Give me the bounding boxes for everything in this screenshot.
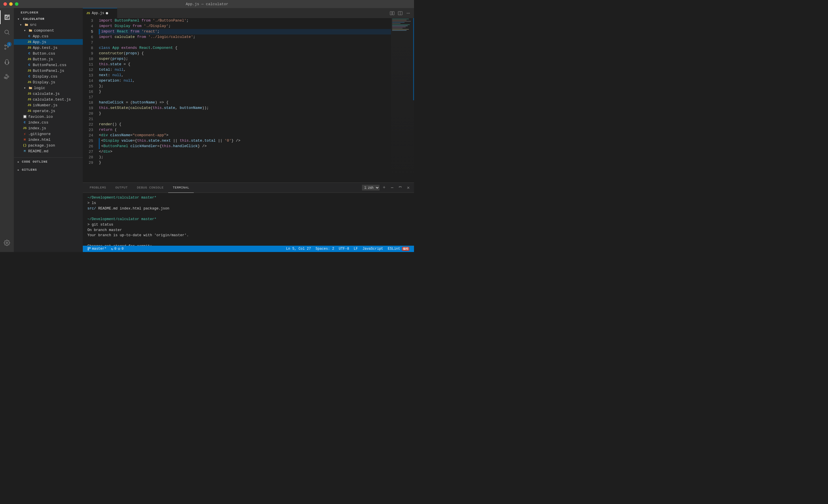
code-line-11[interactable]: this.state = { [99, 62, 391, 67]
minimize-button[interactable] [9, 2, 13, 6]
file-favicon[interactable]: 🔲 favicon.ico [14, 114, 83, 120]
code-content-25: <Display value={this.state.next || this.… [101, 138, 240, 144]
file-buttonpanel-js[interactable]: JS ButtonPanel.js [14, 68, 83, 74]
file-operate-js[interactable]: JS operate.js [14, 108, 83, 114]
code-line-21[interactable] [99, 117, 391, 122]
code-line-6[interactable]: import calculate from '../logic/calculat… [99, 35, 391, 40]
activity-debug[interactable] [0, 55, 14, 69]
js-file-icon: JS [27, 68, 32, 73]
code-outline-section[interactable]: CODE OUTLINE [14, 158, 83, 166]
gitlens-label: GITLENS [22, 168, 37, 172]
folder-logic[interactable]: logic [14, 85, 83, 91]
tab-problems[interactable]: PROBLEMS [85, 183, 111, 193]
code-line-14[interactable]: operation: null, [99, 78, 391, 84]
editor-more-icon[interactable] [405, 10, 412, 17]
close-panel-button[interactable]: ✕ [405, 184, 412, 191]
file-buttonpanel-css[interactable]: C ButtonPanel.css [14, 62, 83, 68]
code-line-29[interactable]: } [99, 160, 391, 166]
file-display-js-label: Display.js [33, 80, 55, 85]
maximize-panel-button[interactable] [397, 184, 404, 191]
svg-point-20 [88, 247, 89, 248]
status-ln-col[interactable]: Ln 5, Col 27 [284, 247, 313, 251]
code-line-23[interactable]: return ( [99, 127, 391, 133]
code-line-24[interactable]: <div className="component-app"> [99, 133, 391, 138]
project-root[interactable]: CALCULATOR [14, 16, 83, 22]
editor-split-icon[interactable] [389, 10, 396, 17]
code-line-20[interactable]: } [99, 111, 391, 117]
file-package-json[interactable]: {} package.json [14, 142, 83, 148]
code-line-4[interactable]: import Display from './Display'; [99, 24, 391, 29]
new-terminal-button[interactable]: + [381, 184, 387, 191]
svg-point-16 [407, 13, 407, 13]
status-spaces[interactable]: Spaces: 2 [314, 247, 337, 251]
code-line-7[interactable] [99, 40, 391, 45]
code-line-19[interactable]: this.setState(calculate(this.state, butt… [99, 105, 391, 111]
editor-layout-icon[interactable] [397, 10, 404, 17]
tab-bar: JS App.js [83, 8, 414, 18]
file-app-js[interactable]: JS App.js [14, 39, 83, 45]
status-encoding[interactable]: UTF-8 [336, 247, 351, 251]
tab-debug-console[interactable]: DEBUG CONSOLE [132, 183, 168, 193]
tab-app-js[interactable]: JS App.js [83, 8, 117, 18]
code-line-16[interactable]: } [99, 89, 391, 95]
folder-icon [28, 28, 33, 33]
file-readme-md[interactable]: M README.md [14, 148, 83, 154]
code-area[interactable]: import ButtonPanel from './ButtonPanel';… [96, 18, 391, 182]
code-line-18[interactable]: handleClick = (buttonName) => { [99, 100, 391, 105]
status-branch[interactable]: master* [85, 246, 109, 252]
file-button-css[interactable]: C Button.css [14, 51, 83, 56]
status-language[interactable]: JavaScript [360, 247, 385, 251]
file-calculate-test-js[interactable]: JS calculate.test.js [14, 97, 83, 102]
gitlens-section[interactable]: GITLENS [14, 166, 83, 174]
file-display-js[interactable]: JS Display.js [14, 79, 83, 85]
activity-explorer[interactable] [0, 10, 14, 24]
file-display-css[interactable]: C Display.css [14, 74, 83, 79]
file-button-js[interactable]: JS Button.js [14, 56, 83, 62]
file-index-js-label: index.js [28, 126, 46, 131]
activity-extensions[interactable] [0, 70, 14, 84]
code-line-27[interactable]: </div> [99, 149, 391, 154]
code-content-24: <div className="component-app"> [99, 133, 168, 138]
code-line-22[interactable]: render() { [99, 122, 391, 127]
tab-output[interactable]: OUTPUT [111, 183, 132, 193]
status-line-ending[interactable]: LF [351, 247, 360, 251]
status-eslint[interactable]: ESLint 编程 [385, 247, 412, 251]
file-isnumber-js[interactable]: JS isNumber.js [14, 102, 83, 108]
status-sync[interactable]: ↻ 0 0 [109, 246, 126, 252]
js-file-icon: JS [27, 57, 32, 61]
minimap[interactable] [391, 18, 414, 182]
terminal-content[interactable]: ~/Development/calculator master* > ls sr… [83, 193, 414, 246]
code-line-5[interactable]: import React from 'react'; [99, 29, 391, 35]
css-file-icon: C [27, 34, 32, 39]
code-line-17[interactable] [99, 95, 391, 100]
folder-component[interactable]: component [14, 28, 83, 33]
code-line-26[interactable]: <ButtonPanel clickHandler={this.handleCl… [99, 144, 391, 149]
code-line-8[interactable]: class App extends React.Component { [99, 45, 391, 51]
activity-search[interactable] [0, 25, 14, 39]
maximize-button[interactable] [15, 2, 18, 6]
folder-src[interactable]: src [14, 22, 83, 28]
code-line-12[interactable]: total: null, [99, 67, 391, 73]
file-index-js[interactable]: JS index.js [14, 125, 83, 131]
file-index-html[interactable]: H index.html [14, 137, 83, 142]
terminal-selector[interactable]: 1: zsh [362, 185, 379, 190]
code-line-9[interactable]: constructor(props) { [99, 51, 391, 56]
file-index-css[interactable]: C index.css [14, 120, 83, 125]
code-line-13[interactable]: next: null, [99, 73, 391, 78]
file-gitignore[interactable]: ⚡ .gitignore [14, 131, 83, 137]
tab-terminal[interactable]: TERMINAL [168, 183, 194, 193]
code-line-10[interactable]: super(props); [99, 56, 391, 62]
close-button[interactable] [3, 2, 7, 6]
file-app-test-js[interactable]: JS App.test.js [14, 45, 83, 51]
code-line-25[interactable]: <Display value={this.state.next || this.… [99, 138, 391, 144]
window-controls[interactable] [3, 2, 18, 6]
code-line-15[interactable]: }; [99, 84, 391, 89]
file-calculate-js[interactable]: JS calculate.js [14, 91, 83, 97]
file-app-css[interactable]: C App.css [14, 33, 83, 39]
code-line-3[interactable]: import ButtonPanel from './ButtonPanel'; [99, 18, 391, 24]
activity-source-control[interactable]: 1 [0, 40, 14, 54]
activity-settings[interactable] [0, 236, 14, 250]
line-numbers: 3456789101112131415161718192021222324252… [83, 18, 96, 182]
kill-terminal-button[interactable] [389, 184, 396, 191]
code-line-28[interactable]: ); [99, 154, 391, 160]
